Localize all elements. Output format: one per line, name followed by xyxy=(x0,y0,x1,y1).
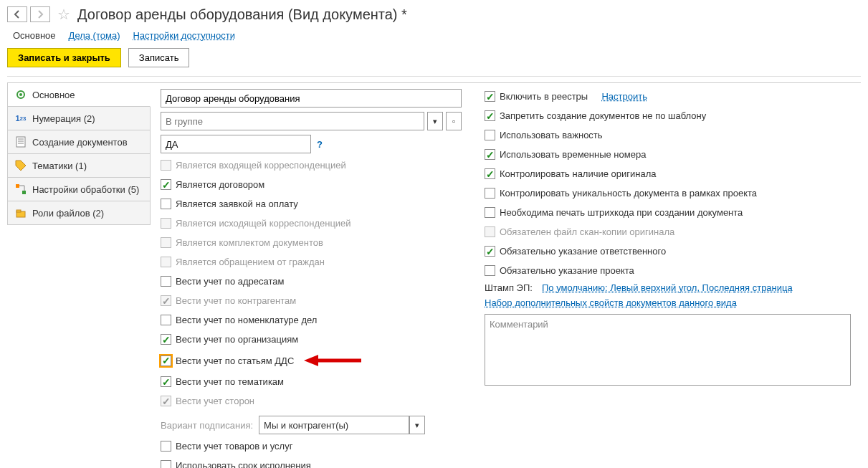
check-label: Вести учет по тематикам xyxy=(176,376,284,387)
check-registry[interactable]: Включить в реестры Настроить xyxy=(485,89,851,104)
checkbox[interactable] xyxy=(485,168,495,179)
checkbox[interactable] xyxy=(161,334,171,345)
check-label: Обязательно указание проекта xyxy=(500,265,634,276)
check-label: Контролировать наличие оригинала xyxy=(500,168,657,179)
sidebar-item-main[interactable]: Основное xyxy=(7,83,151,107)
numbering-icon: 123 xyxy=(15,113,27,124)
checkbox[interactable] xyxy=(161,460,171,468)
main-area: Основное 123 Нумерация (2) Создание доку… xyxy=(7,82,861,468)
check-label: Является обращением от граждан xyxy=(176,257,325,267)
help-icon[interactable]: ? xyxy=(317,139,323,150)
check-scan-required: Обязателен файл скан-копии оригинала xyxy=(485,224,851,239)
check-goods[interactable]: Вести учет товаров и услуг xyxy=(161,439,462,454)
check-counterparty: Вести учет по контрагентам xyxy=(161,293,462,308)
checkbox[interactable] xyxy=(485,207,495,218)
check-label: Контролировать уникальность документа в … xyxy=(500,188,757,199)
checkbox[interactable] xyxy=(485,246,495,257)
checkbox[interactable] xyxy=(161,199,171,209)
check-dds[interactable]: Вести учет по статьям ДДС xyxy=(161,351,462,370)
checkbox[interactable] xyxy=(161,276,171,287)
document-icon xyxy=(15,136,27,148)
checkbox[interactable] xyxy=(485,265,495,276)
check-label: Вести учет по номенклатуре дел xyxy=(176,315,317,325)
gear-icon xyxy=(15,89,27,100)
sign-variant-select[interactable] xyxy=(259,416,409,434)
addl-props-row: Набор дополнительных свойств документов … xyxy=(485,297,851,308)
check-contract[interactable]: Является договором xyxy=(161,177,462,192)
check-nomenclature[interactable]: Вести учет по номенклатуре дел xyxy=(161,312,462,328)
check-barcode[interactable]: Необходима печать штрихкода при создании… xyxy=(485,205,851,220)
sidebar-item-topics[interactable]: Тематики (1) xyxy=(7,154,151,178)
stamp-link[interactable]: По умолчанию: Левый верхний угол, Послед… xyxy=(542,282,793,293)
tab-main[interactable]: Основное xyxy=(13,30,56,41)
back-button[interactable] xyxy=(7,6,27,22)
checkbox[interactable] xyxy=(485,110,495,121)
check-forbid-nontemplate[interactable]: Запретить создание документов не по шабл… xyxy=(485,108,851,123)
dropdown-button[interactable]: ▾ xyxy=(409,416,425,434)
page-title: Договор аренды оборудования (Вид докумен… xyxy=(77,6,407,23)
sign-variant-label: Вариант подписания: xyxy=(161,420,253,431)
sidebar-item-fileroles[interactable]: Роли файлов (2) xyxy=(7,201,151,225)
svg-rect-6 xyxy=(16,184,19,188)
checkbox[interactable] xyxy=(161,441,171,452)
check-importance[interactable]: Использовать важность xyxy=(485,128,851,143)
checkbox xyxy=(161,396,171,406)
check-org[interactable]: Вести учет по организациям xyxy=(161,332,462,347)
tab-cases[interactable]: Дела (тома) xyxy=(69,30,120,41)
check-label: Использовать временные номера xyxy=(500,149,646,160)
check-label: Обязателен файл скан-копии оригинала xyxy=(500,226,674,237)
check-label: Вести учет по статьям ДДС xyxy=(176,355,294,366)
check-temp-numbers[interactable]: Использовать временные номера xyxy=(485,147,851,162)
tab-access[interactable]: Настройки доступности xyxy=(133,30,234,41)
sidebar-label: Основное xyxy=(32,90,75,100)
save-close-button[interactable]: Записать и закрыть xyxy=(7,48,121,67)
check-project[interactable]: Обязательно указание проекта xyxy=(485,263,851,278)
checkbox[interactable] xyxy=(161,179,171,190)
check-uniqueness[interactable]: Контролировать уникальность документа в … xyxy=(485,186,851,201)
svg-point-1 xyxy=(19,93,22,96)
content: ▾ ▫ ? Является входящей корреспонденцией… xyxy=(151,83,861,468)
configure-link[interactable]: Настроить xyxy=(601,91,647,102)
sidebar-item-numbering[interactable]: 123 Нумерация (2) xyxy=(7,107,151,130)
comment-field[interactable]: Комментарий xyxy=(485,314,851,386)
checkbox[interactable] xyxy=(161,355,171,366)
left-column: ▾ ▫ ? Является входящей корреспонденцией… xyxy=(161,89,462,468)
sidebar-label: Роли файлов (2) xyxy=(32,208,104,219)
check-label: Вести учет товаров и услуг xyxy=(176,441,292,452)
sidebar-item-processing[interactable]: Настройки обработки (5) xyxy=(7,178,151,201)
sidebar-item-creation[interactable]: Создание документов xyxy=(7,130,151,154)
check-label: Является исходящей корреспонденцией xyxy=(176,218,351,229)
checkbox[interactable] xyxy=(485,188,495,199)
svg-rect-7 xyxy=(22,191,26,194)
check-label: Вести учет по адресатам xyxy=(176,276,284,287)
check-addressee[interactable]: Вести учет по адресатам xyxy=(161,274,462,289)
save-button[interactable]: Записать xyxy=(128,48,190,67)
check-bundle: Является комплектом документов xyxy=(161,235,462,250)
dropdown-button[interactable]: ▾ xyxy=(427,112,443,130)
favorite-icon[interactable]: ☆ xyxy=(57,6,70,23)
check-label: Является договором xyxy=(176,179,264,190)
checkbox[interactable] xyxy=(161,315,171,325)
check-topic[interactable]: Вести учет по тематикам xyxy=(161,374,462,389)
sidebar-label: Создание документов xyxy=(32,137,128,148)
open-button[interactable]: ▫ xyxy=(446,112,462,130)
check-control-original[interactable]: Контролировать наличие оригинала xyxy=(485,166,851,181)
checkbox[interactable] xyxy=(485,130,495,140)
check-parties: Вести учет сторон xyxy=(161,393,462,409)
topbar: ☆ Договор аренды оборудования (Вид докум… xyxy=(7,6,861,23)
forward-button[interactable] xyxy=(30,6,50,22)
sidebar-label: Тематики (1) xyxy=(32,161,87,171)
checkbox xyxy=(161,257,171,267)
code-field[interactable] xyxy=(161,135,311,153)
checkbox[interactable] xyxy=(485,91,495,102)
addl-props-link[interactable]: Набор дополнительных свойств документов … xyxy=(485,297,737,308)
right-column: Включить в реестры Настроить Запретить с… xyxy=(485,89,851,468)
checkbox[interactable] xyxy=(485,149,495,160)
check-payment[interactable]: Является заявкой на оплату xyxy=(161,196,462,211)
check-deadline[interactable]: Использовать срок исполнения xyxy=(161,458,462,468)
name-field[interactable] xyxy=(161,89,462,108)
check-responsible[interactable]: Обязательно указание ответственного xyxy=(485,244,851,259)
check-appeal: Является обращением от граждан xyxy=(161,254,462,269)
checkbox[interactable] xyxy=(161,376,171,387)
group-field[interactable] xyxy=(161,112,424,130)
